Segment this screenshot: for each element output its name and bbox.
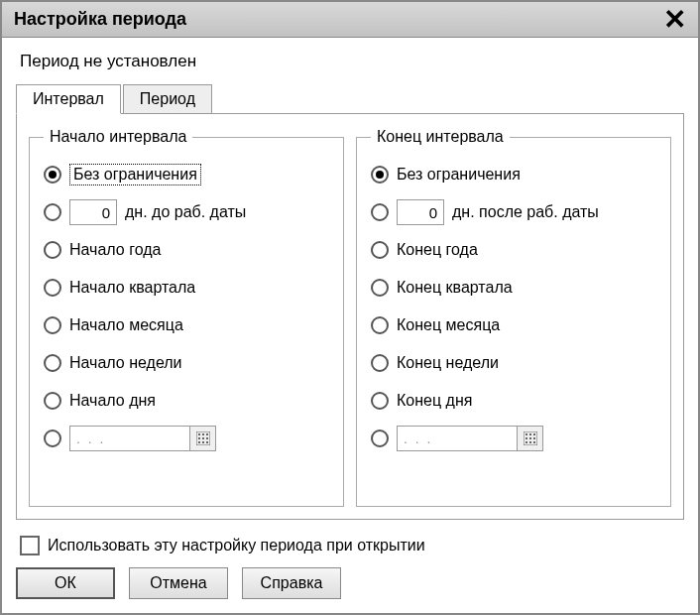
end-group-legend: Конец интервала: [371, 128, 510, 146]
end-label-nolimit: Без ограничения: [397, 166, 521, 184]
start-label-quarter: Начало квартала: [69, 279, 195, 297]
start-date-text: . . .: [70, 430, 189, 446]
end-interval-group: Конец интервала Без ограничения дн. посл…: [356, 128, 671, 507]
start-label-day: Начало дня: [69, 392, 156, 410]
svg-rect-17: [525, 441, 527, 443]
use-on-open-label: Использовать эту настройку периода при о…: [48, 537, 425, 554]
svg-rect-2: [202, 433, 204, 435]
dialog-window: Настройка периода ✕ Период не установлен…: [0, 0, 700, 615]
start-label-nolimit: Без ограничения: [69, 164, 201, 185]
start-radio-quarter[interactable]: [44, 279, 61, 297]
footer: Использовать эту настройку периода при о…: [16, 520, 684, 599]
start-radio-day[interactable]: [44, 392, 61, 410]
end-radio-date[interactable]: [371, 430, 389, 447]
tab-row: Интервал Период: [16, 84, 214, 113]
tab-period[interactable]: Период: [123, 84, 212, 113]
svg-rect-14: [525, 437, 527, 439]
start-label-year: Начало года: [69, 241, 161, 259]
svg-rect-12: [529, 433, 531, 435]
end-radio-nolimit[interactable]: [371, 166, 389, 184]
end-label-year: Конец года: [397, 241, 478, 259]
help-button[interactable]: Справка: [242, 567, 341, 599]
titlebar: Настройка периода ✕: [2, 2, 698, 38]
svg-rect-15: [529, 437, 531, 439]
start-group-legend: Начало интервала: [44, 128, 192, 146]
start-interval-group: Начало интервала Без ограничения дн. до …: [29, 128, 344, 507]
start-label-days: дн. до раб. даты: [125, 203, 246, 221]
svg-rect-8: [202, 441, 204, 443]
end-radio-year[interactable]: [371, 241, 389, 259]
end-days-input[interactable]: [397, 199, 444, 225]
close-icon[interactable]: ✕: [659, 6, 690, 34]
svg-rect-18: [529, 441, 531, 443]
end-radio-week[interactable]: [371, 354, 389, 372]
calendar-icon[interactable]: [189, 427, 215, 450]
end-label-month: Конец месяца: [397, 316, 500, 334]
end-date-text: . . .: [398, 430, 517, 446]
start-days-input[interactable]: [69, 199, 117, 225]
start-radio-nolimit[interactable]: [44, 166, 61, 184]
start-radio-month[interactable]: [44, 316, 61, 334]
calendar-icon[interactable]: [517, 427, 542, 450]
button-row: ОК Отмена Справка: [16, 567, 684, 599]
period-status-text: Период не установлен: [20, 52, 684, 71]
end-label-quarter: Конец квартала: [397, 279, 513, 297]
end-radio-days[interactable]: [371, 203, 389, 221]
interval-columns: Начало интервала Без ограничения дн. до …: [29, 128, 671, 507]
start-radio-year[interactable]: [44, 241, 61, 259]
start-radio-days[interactable]: [44, 203, 61, 221]
end-date-field[interactable]: . . .: [397, 426, 543, 451]
svg-rect-13: [533, 433, 535, 435]
svg-rect-11: [525, 433, 527, 435]
start-date-field[interactable]: . . .: [69, 426, 216, 451]
window-title: Настройка периода: [14, 9, 659, 30]
svg-rect-7: [198, 441, 200, 443]
end-label-day: Конец дня: [397, 392, 472, 410]
ok-button[interactable]: ОК: [16, 567, 115, 599]
client-area: Период не установлен Интервал Период Нач…: [2, 38, 698, 613]
svg-rect-6: [206, 437, 208, 439]
svg-rect-5: [202, 437, 204, 439]
end-radio-day[interactable]: [371, 392, 389, 410]
end-label-week: Конец недели: [397, 354, 499, 372]
start-radio-week[interactable]: [44, 354, 61, 372]
svg-rect-19: [533, 441, 535, 443]
cancel-button[interactable]: Отмена: [129, 567, 228, 599]
tab-container: Интервал Период Начало интервала Без огр…: [16, 113, 684, 520]
start-label-week: Начало недели: [69, 354, 182, 372]
svg-rect-4: [198, 437, 200, 439]
start-label-month: Начало месяца: [69, 316, 183, 334]
tab-interval[interactable]: Интервал: [16, 84, 121, 114]
svg-rect-3: [206, 433, 208, 435]
svg-rect-9: [206, 441, 208, 443]
end-radio-month[interactable]: [371, 316, 389, 334]
end-label-days: дн. после раб. даты: [452, 203, 599, 221]
svg-rect-16: [533, 437, 535, 439]
use-on-open-checkbox[interactable]: [20, 536, 40, 555]
svg-rect-1: [198, 433, 200, 435]
start-radio-date[interactable]: [44, 430, 61, 447]
end-radio-quarter[interactable]: [371, 279, 389, 297]
